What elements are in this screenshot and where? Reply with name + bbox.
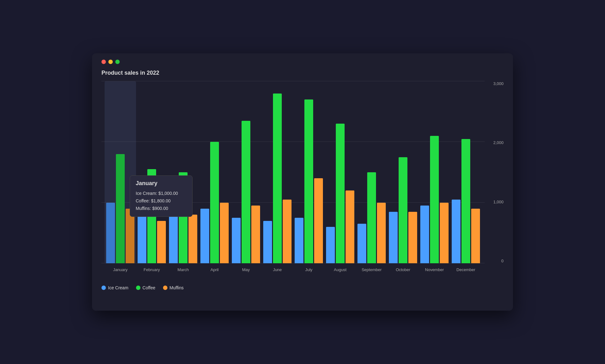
legend-ice-cream[interactable]: Ice Cream bbox=[101, 285, 128, 290]
bar-muffins-march bbox=[188, 215, 197, 263]
month-group-august[interactable] bbox=[324, 81, 356, 263]
legend: Ice Cream Coffee Muffins bbox=[101, 285, 504, 290]
bar-muffins-november bbox=[440, 203, 449, 263]
bar-muffins-january bbox=[126, 209, 134, 263]
bar-muffins-december bbox=[471, 209, 480, 263]
x-label-may: May bbox=[230, 267, 262, 272]
y-label-1000: 1,000 bbox=[493, 200, 504, 204]
bar-ice-cream-december bbox=[452, 200, 461, 263]
bar-muffins-april bbox=[220, 203, 229, 263]
bar-ice-cream-february bbox=[138, 200, 146, 263]
maximize-button[interactable] bbox=[115, 60, 120, 64]
bar-muffins-july bbox=[314, 178, 323, 263]
app-window: Product sales in 2022 3,000 2,000 1,000 … bbox=[92, 53, 513, 311]
bar-ice-cream-january bbox=[106, 203, 115, 263]
bar-ice-cream-may bbox=[232, 218, 241, 263]
x-label-november: November bbox=[419, 267, 450, 272]
x-label-january: January bbox=[105, 267, 136, 272]
x-label-october: October bbox=[387, 267, 419, 272]
bar-muffins-june bbox=[283, 200, 292, 263]
close-button[interactable] bbox=[101, 60, 106, 64]
y-label-0: 0 bbox=[501, 259, 504, 263]
x-label-february: February bbox=[136, 267, 167, 272]
month-group-march[interactable] bbox=[167, 81, 199, 263]
bar-muffins-october bbox=[408, 212, 417, 263]
bar-muffins-may bbox=[251, 206, 260, 263]
legend-muffins-label: Muffins bbox=[170, 285, 184, 290]
y-axis-labels: 3,000 2,000 1,000 0 bbox=[486, 81, 504, 263]
bar-coffee-july bbox=[304, 99, 313, 263]
x-label-august: August bbox=[324, 267, 356, 272]
bar-ice-cream-october bbox=[389, 212, 398, 263]
minimize-button[interactable] bbox=[108, 60, 113, 64]
bar-coffee-august bbox=[336, 124, 345, 263]
bar-muffins-september bbox=[377, 203, 386, 263]
x-label-july: July bbox=[293, 267, 324, 272]
bar-coffee-june bbox=[273, 94, 282, 263]
chart-area: 3,000 2,000 1,000 0 JanuaryFebruaryMarch… bbox=[101, 81, 504, 282]
legend-muffins[interactable]: Muffins bbox=[163, 285, 184, 290]
bar-coffee-november bbox=[430, 136, 439, 263]
bar-coffee-may bbox=[242, 121, 250, 263]
bar-coffee-september bbox=[367, 172, 376, 263]
bar-coffee-march bbox=[179, 172, 188, 263]
bar-ice-cream-august bbox=[326, 227, 335, 263]
month-group-july[interactable] bbox=[293, 81, 324, 263]
month-group-december[interactable] bbox=[450, 81, 482, 263]
bar-ice-cream-september bbox=[357, 224, 366, 263]
bar-muffins-august bbox=[346, 190, 354, 263]
month-group-february[interactable] bbox=[136, 81, 167, 263]
bar-coffee-february bbox=[147, 169, 156, 263]
y-label-3000: 3,000 bbox=[493, 81, 504, 86]
legend-coffee-label: Coffee bbox=[143, 285, 155, 290]
bar-coffee-january bbox=[116, 154, 125, 263]
month-group-may[interactable] bbox=[230, 81, 262, 263]
titlebar bbox=[101, 60, 504, 64]
bar-coffee-april bbox=[210, 142, 219, 263]
ice-cream-dot bbox=[101, 286, 106, 290]
x-label-december: December bbox=[450, 267, 482, 272]
x-label-june: June bbox=[262, 267, 293, 272]
month-group-april[interactable] bbox=[199, 81, 230, 263]
bar-coffee-december bbox=[461, 139, 470, 263]
bar-ice-cream-november bbox=[420, 206, 429, 263]
y-label-2000: 2,000 bbox=[493, 140, 504, 145]
month-group-january[interactable] bbox=[105, 81, 136, 263]
chart-title: Product sales in 2022 bbox=[101, 70, 504, 76]
x-label-april: April bbox=[199, 267, 230, 272]
x-label-march: March bbox=[167, 267, 199, 272]
legend-ice-cream-label: Ice Cream bbox=[108, 285, 128, 290]
x-label-september: September bbox=[356, 267, 387, 272]
month-group-october[interactable] bbox=[387, 81, 419, 263]
coffee-dot bbox=[136, 286, 140, 290]
legend-coffee[interactable]: Coffee bbox=[136, 285, 155, 290]
bar-ice-cream-march bbox=[169, 212, 178, 263]
x-axis-labels: JanuaryFebruaryMarchAprilMayJuneJulyAugu… bbox=[101, 265, 485, 282]
month-group-november[interactable] bbox=[419, 81, 450, 263]
bar-ice-cream-july bbox=[295, 218, 303, 263]
bar-coffee-october bbox=[399, 157, 407, 263]
month-group-september[interactable] bbox=[356, 81, 387, 263]
bar-ice-cream-june bbox=[263, 221, 272, 263]
bar-ice-cream-april bbox=[200, 209, 209, 263]
bars-container bbox=[101, 81, 485, 263]
muffins-dot bbox=[163, 286, 167, 290]
month-group-june[interactable] bbox=[262, 81, 293, 263]
bar-muffins-february bbox=[157, 221, 166, 263]
